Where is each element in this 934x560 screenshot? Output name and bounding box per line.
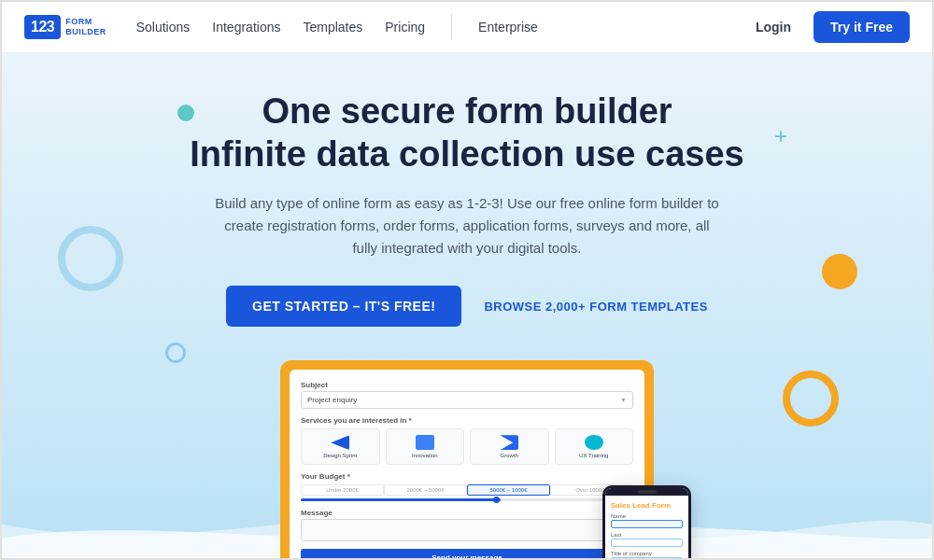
service-icon-growth: [500, 435, 518, 450]
nav-enterprise[interactable]: Enterprise: [478, 20, 538, 35]
decoration-blue-ring-large: [58, 226, 123, 291]
mobile-frame: Sales Lead Form Name Last Title of compa…: [602, 485, 691, 560]
service-card-4[interactable]: UX Training: [555, 428, 634, 465]
hero-section: + One secure form builder Infinite data …: [2, 53, 932, 560]
main-nav: Solutions Integrations Templates Pricing…: [136, 14, 744, 40]
subject-value: Project enquiry: [307, 396, 357, 404]
service-card-3[interactable]: Growth: [470, 428, 549, 465]
nav-templates[interactable]: Templates: [303, 20, 362, 35]
service-label-4: UX Training: [559, 453, 630, 458]
decoration-orange-ring: [783, 371, 839, 427]
try-free-button[interactable]: Try it Free: [814, 11, 910, 43]
hero-buttons: GET STARTED – IT'S FREE! BROWSE 2,000+ F…: [190, 286, 743, 327]
logo-text: FORM BUILDER: [65, 17, 106, 37]
mobile-notch: [605, 488, 688, 496]
mobile-content: Sales Lead Form Name Last Title of compa…: [605, 496, 688, 560]
message-label: Message: [301, 509, 633, 517]
slider-thumb[interactable]: [493, 497, 500, 503]
mobile-notch-dot: [638, 490, 657, 494]
nav-solutions[interactable]: Solutions: [136, 20, 191, 35]
nav-pricing[interactable]: Pricing: [385, 20, 425, 35]
budget-options: Under 2000€ 2000€ – 5000€ 5000€ – 1000€ …: [301, 484, 633, 496]
message-textarea[interactable]: [301, 519, 633, 541]
subject-input[interactable]: Project enquiry ▼: [301, 391, 633, 409]
mobile-input-first[interactable]: [611, 520, 683, 528]
service-icon-design: [331, 435, 349, 450]
mobile-label-last: Last: [611, 532, 683, 538]
decoration-blue-ring-small: [165, 343, 186, 363]
logo-number: 123: [24, 15, 61, 39]
hero-content: One secure form builder Infinite data co…: [190, 91, 743, 360]
slider-track[interactable]: [301, 498, 633, 501]
hero-subtitle: Build any type of online form as easy as…: [215, 192, 719, 259]
header: 123 FORM BUILDER Solutions Integrations …: [2, 2, 932, 53]
service-label-3: Growth: [474, 453, 545, 458]
service-label-2: Innovation: [390, 453, 460, 458]
service-icon-innovation: [416, 435, 434, 450]
logo[interactable]: 123 FORM BUILDER: [24, 15, 106, 39]
budget-option-2[interactable]: 2000€ – 5000€: [384, 484, 467, 496]
hero-title: One secure form builder Infinite data co…: [190, 91, 743, 175]
nav-divider: [451, 14, 452, 40]
subject-label: Subject: [301, 381, 633, 389]
service-card-2[interactable]: Innovation: [386, 428, 465, 465]
mobile-form-title: Sales Lead Form: [611, 501, 683, 510]
nav-integrations[interactable]: Integrations: [212, 20, 280, 35]
form-preview: Subject Project enquiry ▼ Services you a…: [252, 360, 682, 560]
service-icon-ux: [585, 435, 603, 450]
service-card-1[interactable]: Design Sprint: [301, 428, 380, 465]
services-label: Services you are interested in *: [301, 416, 633, 425]
header-actions: Login Try it Free: [744, 11, 910, 43]
mobile-label-company: Title of company: [611, 551, 683, 556]
budget-label: Your Budget *: [301, 472, 633, 481]
decoration-plus: +: [774, 123, 787, 149]
service-label-1: Design Sprint: [305, 453, 375, 458]
services-grid: Design Sprint Innovation Growth UX Train…: [301, 428, 633, 465]
budget-option-3[interactable]: 5000€ – 1000€: [467, 484, 550, 496]
laptop-screen: Subject Project enquiry ▼ Services you a…: [290, 370, 644, 560]
budget-slider[interactable]: Under 2000€ 2000€ – 5000€ 5000€ – 1000€ …: [301, 484, 633, 501]
mobile-input-last[interactable]: [611, 539, 683, 547]
laptop-frame: Subject Project enquiry ▼ Services you a…: [280, 360, 654, 560]
login-button[interactable]: Login: [744, 14, 802, 40]
slider-fill: [301, 498, 501, 501]
dropdown-arrow-icon: ▼: [620, 397, 627, 403]
decoration-orange-dot: [822, 254, 857, 289]
mobile-label-name: Name: [611, 513, 683, 519]
budget-option-1[interactable]: Under 2000€: [301, 484, 384, 496]
submit-button[interactable]: Send your message: [301, 549, 633, 560]
get-started-button[interactable]: GET STARTED – IT'S FREE!: [226, 286, 461, 327]
browse-templates-button[interactable]: BROWSE 2,000+ FORM TEMPLATES: [484, 300, 708, 314]
